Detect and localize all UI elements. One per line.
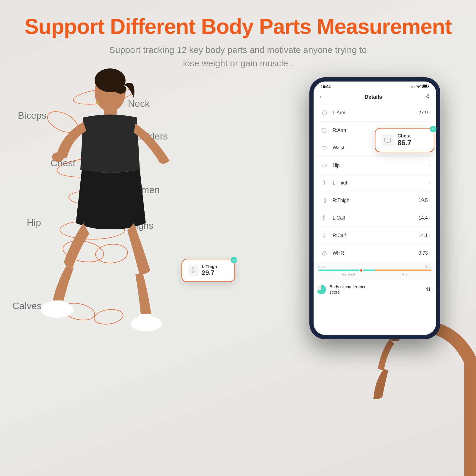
share-button[interactable] (425, 94, 430, 101)
rthigh-chevron: › (429, 198, 430, 203)
whr-category-labels: Standard High (318, 273, 431, 276)
svg-point-2 (115, 85, 126, 94)
whr-expanded-section: 0.75 0.85 Standard High (314, 262, 436, 280)
measure-row-lcalf[interactable]: L:Calf 14.4 › (317, 209, 433, 227)
popup-thigh-card: L:Thigh 29.7 ✓ (181, 259, 235, 282)
measure-row-whr[interactable]: WHR 0.73 › (317, 245, 433, 262)
chest-card-label: Chest (397, 133, 428, 139)
score-row[interactable]: Body circumferencescore 41 › (314, 280, 436, 299)
status-icons: ▪▪▪ (411, 84, 429, 89)
whr-standard-label: Standard (342, 273, 355, 276)
status-time: 18:04 (321, 84, 331, 89)
svg-point-15 (322, 164, 327, 167)
score-chevron: › (432, 287, 433, 292)
whr-value: 0.73 (419, 250, 428, 256)
thigh-card-value: 29.7 (202, 269, 228, 277)
main-title: Support Different Body Parts Measurement (0, 14, 476, 39)
measure-row-rthigh[interactable]: R:Thigh 19.5 › (317, 192, 433, 209)
back-button[interactable]: ‹ (320, 93, 322, 101)
phone-frame: 18:04 ▪▪▪ ‹ Details (309, 77, 440, 339)
lthigh-icon (320, 178, 329, 188)
details-title: Details (364, 94, 382, 100)
larm-value: 27.9 (419, 110, 428, 115)
nav-bar: ‹ Details (314, 91, 436, 104)
popup-chest-card: Chest 86.7 ✓ (375, 128, 434, 152)
larm-label: L:Arm (333, 110, 419, 115)
chest-card-icon (381, 134, 394, 146)
hip-chevron: › (429, 163, 430, 167)
whr-bar (318, 270, 431, 271)
wifi-icon (416, 84, 421, 89)
chest-card-info: Chest 86.7 (397, 133, 428, 147)
phone-container: 18:04 ▪▪▪ ‹ Details (309, 77, 440, 339)
rcalf-value: 14.1 (419, 233, 428, 238)
rcalf-chevron: › (429, 234, 430, 238)
measure-row-lthigh[interactable]: L:Thigh › (317, 174, 433, 192)
whr-left-val: 0.75 (318, 265, 325, 269)
measure-row-rcalf[interactable]: R:Calf 14.1 › (317, 227, 433, 245)
signal-icon: ▪▪▪ (411, 85, 415, 89)
lcalf-label: L:Calf (333, 215, 419, 221)
whr-label: WHR (333, 250, 419, 256)
hip-label: Hip (333, 163, 428, 168)
score-circle-icon (317, 285, 326, 294)
whr-indicator-dot (359, 269, 363, 272)
rthigh-label: R:Thigh (333, 198, 419, 203)
chest-check-icon: ✓ (430, 126, 436, 132)
thigh-check-icon: ✓ (231, 257, 237, 263)
battery-icon (422, 84, 429, 89)
svg-rect-9 (51, 300, 64, 309)
page-container: Support Different Body Parts Measurement… (0, 0, 476, 476)
chest-card-value: 86.7 (397, 139, 428, 147)
rthigh-icon (320, 196, 329, 205)
lthigh-label: L:Thigh (333, 180, 428, 186)
whr-right-val: 0.85 (425, 265, 431, 269)
svg-point-4 (52, 152, 64, 162)
svg-point-11 (96, 101, 99, 104)
header-section: Support Different Body Parts Measurement… (0, 0, 476, 76)
whr-icon (320, 248, 329, 258)
thigh-card-info: L:Thigh 29.7 (202, 264, 228, 277)
larm-icon (320, 108, 329, 118)
whr-high-label: High (401, 273, 408, 276)
thigh-card-icon (188, 265, 199, 276)
svg-rect-14 (423, 85, 427, 87)
svg-rect-10 (139, 314, 151, 322)
score-value: 41 (425, 287, 431, 292)
lcalf-chevron: › (429, 216, 430, 220)
rarm-icon (320, 126, 329, 135)
phone-screen: 18:04 ▪▪▪ ‹ Details (314, 82, 436, 335)
waist-icon (320, 143, 329, 153)
whr-scale-values: 0.75 0.85 (318, 265, 431, 269)
rcalf-icon (320, 231, 329, 240)
score-label: Body circumferencescore (330, 284, 425, 295)
measure-row-hip[interactable]: Hip › (317, 157, 433, 174)
thigh-card-label: L:Thigh (202, 264, 228, 269)
measure-row-larm[interactable]: L:Arm 27.9 › (317, 104, 433, 122)
larm-chevron: › (429, 111, 430, 115)
lcalf-value: 14.4 (419, 215, 428, 221)
subtitle: Support tracking 12 key body parts and m… (0, 43, 476, 70)
hip-icon (320, 161, 329, 170)
svg-rect-13 (428, 86, 429, 87)
whr-chevron: › (429, 251, 430, 255)
status-bar: 18:04 ▪▪▪ (314, 82, 436, 91)
rcalf-label: R:Calf (333, 233, 419, 238)
lcalf-icon (320, 213, 329, 223)
rthigh-value: 19.5 (419, 198, 428, 203)
lthigh-chevron: › (429, 181, 430, 185)
